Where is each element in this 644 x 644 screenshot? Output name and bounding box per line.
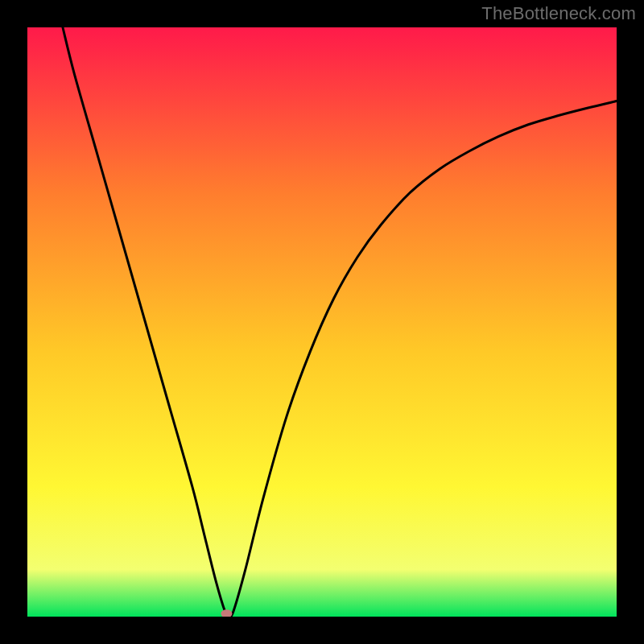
plot-area bbox=[27, 27, 617, 617]
watermark-label: TheBottleneck.com bbox=[481, 3, 636, 24]
chart-frame: TheBottleneck.com bbox=[0, 0, 644, 644]
bottleneck-curve-chart bbox=[27, 27, 617, 617]
